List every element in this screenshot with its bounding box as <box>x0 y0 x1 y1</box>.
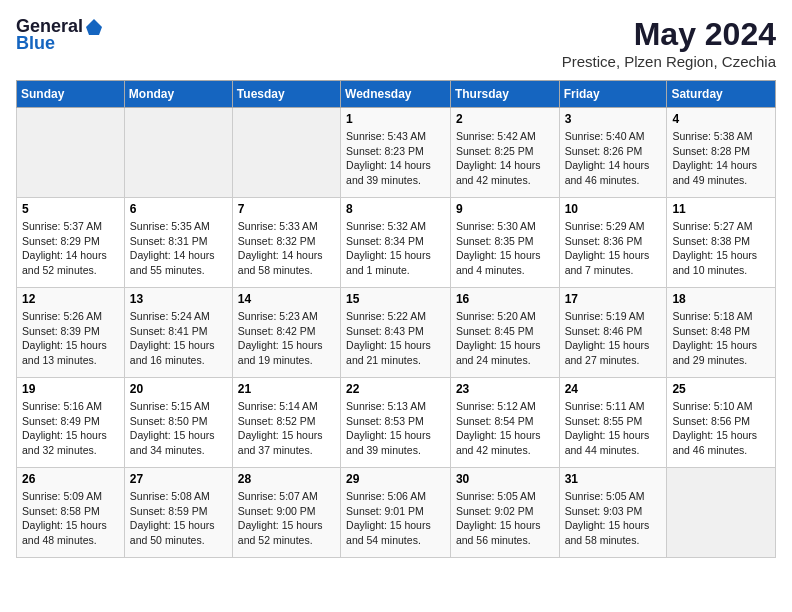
day-info: Sunrise: 5:19 AM Sunset: 8:46 PM Dayligh… <box>565 309 662 368</box>
calendar-cell: 9Sunrise: 5:30 AM Sunset: 8:35 PM Daylig… <box>450 198 559 288</box>
day-number: 29 <box>346 472 445 486</box>
day-number: 7 <box>238 202 335 216</box>
day-number: 8 <box>346 202 445 216</box>
calendar-cell: 10Sunrise: 5:29 AM Sunset: 8:36 PM Dayli… <box>559 198 667 288</box>
day-info: Sunrise: 5:29 AM Sunset: 8:36 PM Dayligh… <box>565 219 662 278</box>
calendar-cell: 21Sunrise: 5:14 AM Sunset: 8:52 PM Dayli… <box>232 378 340 468</box>
title-section: May 2024 Prestice, Plzen Region, Czechia <box>562 16 776 70</box>
header-thursday: Thursday <box>450 81 559 108</box>
day-info: Sunrise: 5:12 AM Sunset: 8:54 PM Dayligh… <box>456 399 554 458</box>
calendar-table: SundayMondayTuesdayWednesdayThursdayFrid… <box>16 80 776 558</box>
location-subtitle: Prestice, Plzen Region, Czechia <box>562 53 776 70</box>
day-info: Sunrise: 5:06 AM Sunset: 9:01 PM Dayligh… <box>346 489 445 548</box>
calendar-cell: 19Sunrise: 5:16 AM Sunset: 8:49 PM Dayli… <box>17 378 125 468</box>
calendar-cell: 4Sunrise: 5:38 AM Sunset: 8:28 PM Daylig… <box>667 108 776 198</box>
day-number: 28 <box>238 472 335 486</box>
calendar-cell: 20Sunrise: 5:15 AM Sunset: 8:50 PM Dayli… <box>124 378 232 468</box>
calendar-header-row: SundayMondayTuesdayWednesdayThursdayFrid… <box>17 81 776 108</box>
day-info: Sunrise: 5:15 AM Sunset: 8:50 PM Dayligh… <box>130 399 227 458</box>
day-info: Sunrise: 5:23 AM Sunset: 8:42 PM Dayligh… <box>238 309 335 368</box>
day-number: 15 <box>346 292 445 306</box>
month-year-title: May 2024 <box>562 16 776 53</box>
calendar-cell: 29Sunrise: 5:06 AM Sunset: 9:01 PM Dayli… <box>341 468 451 558</box>
calendar-cell: 25Sunrise: 5:10 AM Sunset: 8:56 PM Dayli… <box>667 378 776 468</box>
calendar-cell <box>124 108 232 198</box>
day-info: Sunrise: 5:27 AM Sunset: 8:38 PM Dayligh… <box>672 219 770 278</box>
calendar-cell: 15Sunrise: 5:22 AM Sunset: 8:43 PM Dayli… <box>341 288 451 378</box>
day-info: Sunrise: 5:32 AM Sunset: 8:34 PM Dayligh… <box>346 219 445 278</box>
day-info: Sunrise: 5:33 AM Sunset: 8:32 PM Dayligh… <box>238 219 335 278</box>
day-info: Sunrise: 5:24 AM Sunset: 8:41 PM Dayligh… <box>130 309 227 368</box>
calendar-cell: 17Sunrise: 5:19 AM Sunset: 8:46 PM Dayli… <box>559 288 667 378</box>
day-number: 12 <box>22 292 119 306</box>
day-info: Sunrise: 5:35 AM Sunset: 8:31 PM Dayligh… <box>130 219 227 278</box>
day-info: Sunrise: 5:30 AM Sunset: 8:35 PM Dayligh… <box>456 219 554 278</box>
calendar-cell: 16Sunrise: 5:20 AM Sunset: 8:45 PM Dayli… <box>450 288 559 378</box>
calendar-cell: 28Sunrise: 5:07 AM Sunset: 9:00 PM Dayli… <box>232 468 340 558</box>
day-number: 6 <box>130 202 227 216</box>
day-info: Sunrise: 5:05 AM Sunset: 9:03 PM Dayligh… <box>565 489 662 548</box>
calendar-week-row: 12Sunrise: 5:26 AM Sunset: 8:39 PM Dayli… <box>17 288 776 378</box>
day-number: 16 <box>456 292 554 306</box>
calendar-cell: 14Sunrise: 5:23 AM Sunset: 8:42 PM Dayli… <box>232 288 340 378</box>
header-wednesday: Wednesday <box>341 81 451 108</box>
day-info: Sunrise: 5:14 AM Sunset: 8:52 PM Dayligh… <box>238 399 335 458</box>
calendar-cell: 11Sunrise: 5:27 AM Sunset: 8:38 PM Dayli… <box>667 198 776 288</box>
day-number: 4 <box>672 112 770 126</box>
calendar-cell: 2Sunrise: 5:42 AM Sunset: 8:25 PM Daylig… <box>450 108 559 198</box>
calendar-cell: 23Sunrise: 5:12 AM Sunset: 8:54 PM Dayli… <box>450 378 559 468</box>
calendar-cell: 7Sunrise: 5:33 AM Sunset: 8:32 PM Daylig… <box>232 198 340 288</box>
calendar-cell: 27Sunrise: 5:08 AM Sunset: 8:59 PM Dayli… <box>124 468 232 558</box>
calendar-cell: 8Sunrise: 5:32 AM Sunset: 8:34 PM Daylig… <box>341 198 451 288</box>
day-info: Sunrise: 5:09 AM Sunset: 8:58 PM Dayligh… <box>22 489 119 548</box>
day-number: 31 <box>565 472 662 486</box>
calendar-cell: 5Sunrise: 5:37 AM Sunset: 8:29 PM Daylig… <box>17 198 125 288</box>
day-number: 10 <box>565 202 662 216</box>
day-info: Sunrise: 5:11 AM Sunset: 8:55 PM Dayligh… <box>565 399 662 458</box>
header-saturday: Saturday <box>667 81 776 108</box>
header-tuesday: Tuesday <box>232 81 340 108</box>
day-number: 21 <box>238 382 335 396</box>
calendar-cell <box>232 108 340 198</box>
day-info: Sunrise: 5:38 AM Sunset: 8:28 PM Dayligh… <box>672 129 770 188</box>
day-number: 13 <box>130 292 227 306</box>
logo-icon <box>85 18 103 36</box>
day-info: Sunrise: 5:26 AM Sunset: 8:39 PM Dayligh… <box>22 309 119 368</box>
calendar-cell <box>17 108 125 198</box>
calendar-week-row: 26Sunrise: 5:09 AM Sunset: 8:58 PM Dayli… <box>17 468 776 558</box>
calendar-cell: 31Sunrise: 5:05 AM Sunset: 9:03 PM Dayli… <box>559 468 667 558</box>
calendar-cell: 26Sunrise: 5:09 AM Sunset: 8:58 PM Dayli… <box>17 468 125 558</box>
calendar-cell: 1Sunrise: 5:43 AM Sunset: 8:23 PM Daylig… <box>341 108 451 198</box>
calendar-cell: 3Sunrise: 5:40 AM Sunset: 8:26 PM Daylig… <box>559 108 667 198</box>
logo-blue-text: Blue <box>16 33 55 54</box>
day-number: 24 <box>565 382 662 396</box>
day-info: Sunrise: 5:22 AM Sunset: 8:43 PM Dayligh… <box>346 309 445 368</box>
day-info: Sunrise: 5:05 AM Sunset: 9:02 PM Dayligh… <box>456 489 554 548</box>
calendar-cell: 22Sunrise: 5:13 AM Sunset: 8:53 PM Dayli… <box>341 378 451 468</box>
calendar-week-row: 19Sunrise: 5:16 AM Sunset: 8:49 PM Dayli… <box>17 378 776 468</box>
day-info: Sunrise: 5:18 AM Sunset: 8:48 PM Dayligh… <box>672 309 770 368</box>
day-number: 2 <box>456 112 554 126</box>
calendar-cell: 24Sunrise: 5:11 AM Sunset: 8:55 PM Dayli… <box>559 378 667 468</box>
day-info: Sunrise: 5:37 AM Sunset: 8:29 PM Dayligh… <box>22 219 119 278</box>
day-info: Sunrise: 5:43 AM Sunset: 8:23 PM Dayligh… <box>346 129 445 188</box>
day-number: 22 <box>346 382 445 396</box>
day-info: Sunrise: 5:08 AM Sunset: 8:59 PM Dayligh… <box>130 489 227 548</box>
day-number: 11 <box>672 202 770 216</box>
day-number: 19 <box>22 382 119 396</box>
logo: General Blue <box>16 16 103 54</box>
day-info: Sunrise: 5:42 AM Sunset: 8:25 PM Dayligh… <box>456 129 554 188</box>
day-number: 17 <box>565 292 662 306</box>
day-number: 26 <box>22 472 119 486</box>
day-number: 20 <box>130 382 227 396</box>
day-number: 1 <box>346 112 445 126</box>
calendar-cell: 6Sunrise: 5:35 AM Sunset: 8:31 PM Daylig… <box>124 198 232 288</box>
day-number: 18 <box>672 292 770 306</box>
day-number: 25 <box>672 382 770 396</box>
day-number: 5 <box>22 202 119 216</box>
calendar-cell: 30Sunrise: 5:05 AM Sunset: 9:02 PM Dayli… <box>450 468 559 558</box>
day-number: 27 <box>130 472 227 486</box>
calendar-week-row: 1Sunrise: 5:43 AM Sunset: 8:23 PM Daylig… <box>17 108 776 198</box>
day-info: Sunrise: 5:20 AM Sunset: 8:45 PM Dayligh… <box>456 309 554 368</box>
calendar-cell: 13Sunrise: 5:24 AM Sunset: 8:41 PM Dayli… <box>124 288 232 378</box>
